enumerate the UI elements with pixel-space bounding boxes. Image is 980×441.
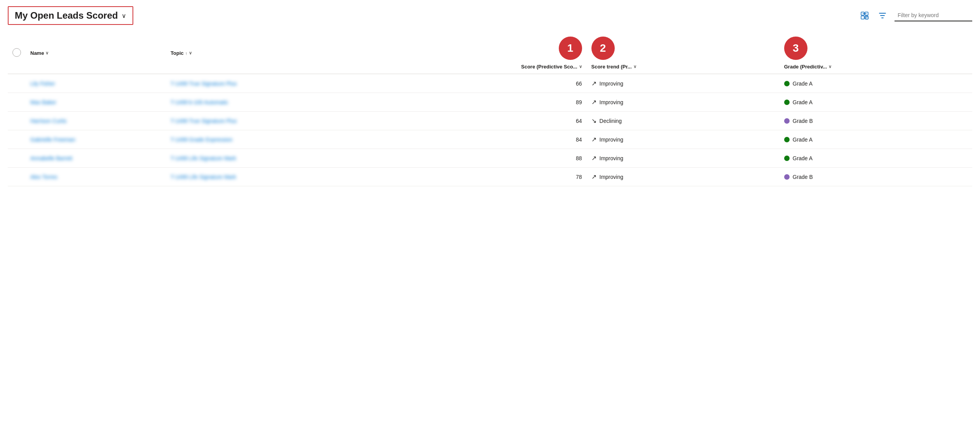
row-grade: Grade A xyxy=(779,74,972,93)
badge-3: 3 xyxy=(784,37,807,60)
select-all-checkbox[interactable] xyxy=(12,48,21,57)
page-container: My Open Leads Scored ∨ xyxy=(0,0,980,441)
trend-arrow-icon: ↘ xyxy=(591,117,596,124)
trend-label: Improving xyxy=(600,80,623,87)
trend-label: Improving xyxy=(600,136,623,143)
title-container[interactable]: My Open Leads Scored ∨ xyxy=(8,6,133,25)
row-trend: ↘ Declining xyxy=(587,112,779,130)
th-grade-sort[interactable]: Grade (Predictiv... ∨ xyxy=(784,64,832,70)
trend-arrow-icon: ↗ xyxy=(591,136,596,143)
table-row: Harrison Curtis T-1499 True Signature Pl… xyxy=(8,112,972,130)
row-score: 88 xyxy=(359,149,586,168)
trend-arrow-icon: ↗ xyxy=(591,154,596,162)
table-row: Max Baker T-1499 b-100 Automatic 89 ↗ Im… xyxy=(8,93,972,112)
grade-dot-icon xyxy=(784,156,790,161)
trend-label: Improving xyxy=(600,155,623,161)
row-score: 64 xyxy=(359,112,586,130)
svg-rect-2 xyxy=(861,16,864,19)
grade-label: Grade A xyxy=(793,136,813,143)
row-trend: ↗ Improving xyxy=(587,93,779,112)
leads-table: Name ∨ Topic ↑ ∨ xyxy=(8,33,972,186)
th-checkbox xyxy=(8,33,26,74)
row-score: 89 xyxy=(359,93,586,112)
row-grade: Grade B xyxy=(779,168,972,186)
score-sort-icon: ∨ xyxy=(579,64,582,69)
row-grade: Grade A xyxy=(779,130,972,149)
grade-dot-icon xyxy=(784,174,790,180)
row-trend: ↗ Improving xyxy=(587,74,779,93)
title-chevron-icon: ∨ xyxy=(122,12,126,19)
name-sort-icon: ∨ xyxy=(45,51,49,56)
th-trend-sort[interactable]: Score trend (Pr... ∨ xyxy=(591,64,636,70)
grade-label: Grade A xyxy=(793,155,813,161)
grade-dot-icon xyxy=(784,118,790,124)
trend-label: Declining xyxy=(600,118,622,124)
view-settings-icon xyxy=(860,11,869,20)
table-row: Annabelle Barrett T-1499 Life Signature … xyxy=(8,149,972,168)
row-trend: ↗ Improving xyxy=(587,130,779,149)
row-topic: T-1499 True Signature Plus xyxy=(166,112,359,130)
grade-label: Grade A xyxy=(793,99,813,105)
row-name[interactable]: Alex Torres xyxy=(26,168,166,186)
grade-dot-icon xyxy=(784,100,790,105)
row-trend: ↗ Improving xyxy=(587,168,779,186)
row-checkbox-cell xyxy=(8,74,26,93)
badge-2: 2 xyxy=(591,37,615,60)
header-row: My Open Leads Scored ∨ xyxy=(8,6,972,25)
table-row: Gabrielle Freeman T-1499 Grade Expressio… xyxy=(8,130,972,149)
table-body: Lily Fisher T-1499 True Signature Plus 6… xyxy=(8,74,972,186)
trend-sort-icon: ∨ xyxy=(633,64,636,69)
row-topic: T-1499 Life Signature Mark xyxy=(166,168,359,186)
trend-label: Improving xyxy=(600,99,623,105)
row-topic: T-1499 b-100 Automatic xyxy=(166,93,359,112)
th-name[interactable]: Name ∨ xyxy=(26,33,166,74)
trend-label: Improving xyxy=(600,174,623,180)
row-topic: T-1499 Life Signature Mark xyxy=(166,149,359,168)
grade-label: Grade B xyxy=(793,174,813,180)
row-score: 78 xyxy=(359,168,586,186)
th-score[interactable]: 1 Score (Predictive Sco... ∨ xyxy=(359,33,586,74)
th-name-sort[interactable]: Name ∨ xyxy=(30,50,49,56)
row-checkbox-cell xyxy=(8,93,26,112)
row-score: 84 xyxy=(359,130,586,149)
th-grade[interactable]: 3 Grade (Predictiv... ∨ xyxy=(779,33,972,74)
row-name[interactable]: Lily Fisher xyxy=(26,74,166,93)
row-score: 66 xyxy=(359,74,586,93)
table-wrapper: Name ∨ Topic ↑ ∨ xyxy=(8,33,972,186)
keyword-filter-input[interactable] xyxy=(895,10,972,21)
topic-sort-down-icon: ∨ xyxy=(189,51,192,56)
row-topic: T-1499 Grade Expression xyxy=(166,130,359,149)
row-name[interactable]: Max Baker xyxy=(26,93,166,112)
header-actions xyxy=(859,10,972,21)
grade-label: Grade A xyxy=(793,80,813,87)
row-name[interactable]: Gabrielle Freeman xyxy=(26,130,166,149)
th-trend[interactable]: 2 Score trend (Pr... ∨ xyxy=(587,33,779,74)
grade-sort-icon: ∨ xyxy=(828,64,832,69)
row-checkbox-cell xyxy=(8,130,26,149)
filter-icon xyxy=(878,11,887,20)
row-grade: Grade A xyxy=(779,93,972,112)
badge-1: 1 xyxy=(559,37,582,60)
trend-arrow-icon: ↗ xyxy=(591,173,596,180)
grade-dot-icon xyxy=(784,81,790,86)
row-topic: T-1499 True Signature Plus xyxy=(166,74,359,93)
table-header-row: Name ∨ Topic ↑ ∨ xyxy=(8,33,972,74)
page-title: My Open Leads Scored xyxy=(15,10,118,21)
row-name[interactable]: Harrison Curtis xyxy=(26,112,166,130)
grade-dot-icon xyxy=(784,137,790,142)
row-trend: ↗ Improving xyxy=(587,149,779,168)
row-name[interactable]: Annabelle Barrett xyxy=(26,149,166,168)
row-checkbox-cell xyxy=(8,168,26,186)
trend-arrow-icon: ↗ xyxy=(591,80,596,87)
th-score-sort[interactable]: Score (Predictive Sco... ∨ xyxy=(521,64,582,70)
row-checkbox-cell xyxy=(8,112,26,130)
view-settings-button[interactable] xyxy=(859,10,870,21)
th-topic-sort[interactable]: Topic ↑ ∨ xyxy=(171,50,192,56)
filter-button[interactable] xyxy=(877,10,888,21)
row-grade: Grade B xyxy=(779,112,972,130)
grade-label: Grade B xyxy=(793,118,813,124)
table-row: Alex Torres T-1499 Life Signature Mark 7… xyxy=(8,168,972,186)
th-topic[interactable]: Topic ↑ ∨ xyxy=(166,33,359,74)
row-grade: Grade A xyxy=(779,149,972,168)
table-row: Lily Fisher T-1499 True Signature Plus 6… xyxy=(8,74,972,93)
